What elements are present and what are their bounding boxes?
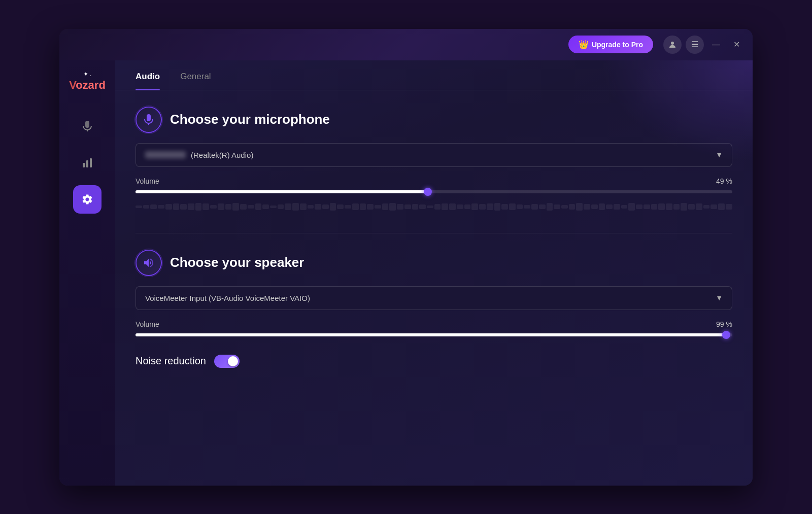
microphone-volume-label-row: Volume 49 % (136, 177, 732, 185)
close-button[interactable]: ✕ (728, 37, 745, 53)
speaker-volume-label: Volume (136, 320, 159, 328)
wave-bar (360, 203, 366, 210)
wave-bar (173, 203, 180, 210)
wave-bar (143, 205, 150, 209)
microphone-device-name: (Realtek(R) Audio) (191, 151, 253, 159)
wave-bar (255, 203, 262, 210)
speaker-slider-thumb[interactable] (722, 331, 730, 339)
speaker-dropdown[interactable]: VoiceMeeter Input (VB-Audio VoiceMeeter … (136, 286, 732, 310)
wave-bar (188, 203, 194, 211)
wave-bar (397, 204, 403, 210)
wave-bar (554, 204, 560, 210)
wave-bar (628, 203, 635, 211)
wave-bar (457, 204, 463, 209)
microphone-section-icon (136, 107, 162, 133)
wave-bar (225, 204, 232, 210)
wave-bar (487, 203, 493, 210)
minimize-icon: — (712, 40, 720, 49)
user-icon-button[interactable] (663, 36, 682, 54)
sidebar-item-microphone[interactable] (73, 112, 101, 141)
wave-bar (322, 204, 329, 210)
settings-content: Choose your microphone (Realtek(R) Audio… (115, 107, 753, 388)
speaker-device-name: VoiceMeeter Input (VB-Audio VoiceMeeter … (145, 294, 310, 302)
wave-bar (218, 203, 224, 210)
wave-bar (464, 204, 471, 209)
blurred-device-name (145, 151, 186, 158)
wave-bar (569, 204, 576, 210)
wave-bar (576, 203, 583, 210)
speaker-section-header: Choose your speaker (136, 250, 732, 276)
microphone-volume-row: Volume 49 % (136, 177, 732, 215)
wave-bar (718, 203, 725, 210)
wave-bar (248, 205, 254, 209)
wave-bar (651, 204, 658, 210)
wave-bar (658, 203, 665, 211)
wave-bar (673, 204, 680, 210)
tabs: Audio General (115, 60, 753, 90)
microphone-section-title: Choose your microphone (170, 112, 330, 127)
title-bar-controls: 👑 Upgrade to Pro ☰ — ✕ (568, 36, 745, 54)
wave-bar (404, 204, 411, 209)
wave-bar (315, 204, 321, 210)
sidebar: ✦ . Vozard (59, 60, 115, 486)
wave-bar (270, 205, 277, 209)
wave-bar (278, 204, 284, 209)
menu-button[interactable]: ☰ (686, 36, 704, 54)
microphone-volume-slider[interactable] (136, 190, 732, 193)
noise-reduction-toggle[interactable] (214, 355, 240, 368)
sidebar-item-settings[interactable] (73, 185, 101, 214)
wave-bar (180, 204, 187, 210)
microphone-volume-label: Volume (136, 177, 159, 185)
wave-bar (547, 203, 553, 210)
minimize-button[interactable]: — (708, 37, 724, 53)
wave-bar (584, 204, 590, 210)
wave-bar (345, 205, 351, 208)
speaker-volume-value: 99 % (716, 320, 732, 328)
title-bar: 👑 Upgrade to Pro ☰ — ✕ (59, 29, 753, 60)
wave-bar (382, 203, 389, 210)
microphone-slider-thumb[interactable] (424, 188, 432, 196)
speaker-dropdown-arrow-icon: ▼ (716, 294, 723, 302)
upgrade-button[interactable]: 👑 Upgrade to Pro (568, 36, 653, 53)
wave-bar (136, 205, 142, 209)
microphone-dropdown[interactable]: (Realtek(R) Audio) ▼ (136, 143, 732, 167)
wave-bar (389, 203, 396, 211)
wave-bar (449, 203, 456, 210)
wave-bar (427, 205, 433, 208)
close-icon: ✕ (733, 40, 740, 49)
wave-bar (165, 204, 172, 210)
wave-bar (375, 205, 381, 209)
wave-bar (599, 203, 605, 210)
wave-bar (202, 203, 209, 210)
sidebar-item-chart[interactable] (73, 149, 101, 177)
wave-bar (614, 204, 620, 210)
wave-bar (232, 203, 239, 211)
wave-bar (636, 204, 642, 210)
logo-stars: ✦ . (69, 71, 106, 78)
svg-rect-2 (86, 160, 88, 167)
tab-general[interactable]: General (180, 60, 211, 90)
wave-bar (434, 204, 441, 210)
tab-audio[interactable]: Audio (136, 60, 160, 90)
sidebar-items (73, 112, 101, 475)
wave-bar (292, 203, 299, 211)
wave-bar (696, 203, 702, 210)
wave-bar (352, 203, 359, 210)
toggle-knob (228, 356, 238, 366)
speaker-volume-slider[interactable] (136, 333, 732, 336)
main-layout: ✦ . Vozard Audio G (59, 60, 753, 486)
content-area: Audio General Choose your microphone (115, 60, 753, 486)
wave-bar (509, 203, 516, 210)
wave-bar (591, 204, 598, 209)
speaker-slider-fill (136, 333, 726, 336)
wave-bar (442, 203, 448, 210)
wave-bar (539, 204, 546, 210)
microphone-slider-fill (136, 190, 428, 193)
logo-v: V (69, 79, 76, 91)
wave-bar (337, 204, 344, 209)
wave-bar (195, 203, 202, 211)
wave-bar (606, 204, 613, 209)
wave-bar (300, 203, 307, 210)
speaker-section-title: Choose your speaker (170, 255, 304, 270)
dropdown-arrow-icon: ▼ (716, 151, 723, 159)
